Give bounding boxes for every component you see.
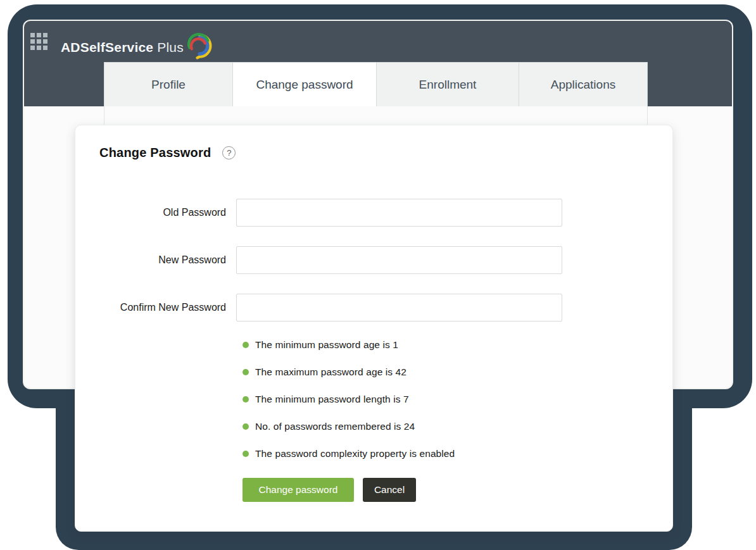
tab-enrollment-label: Enrollment	[419, 78, 477, 92]
confirm-password-label: Confirm New Password	[75, 294, 226, 322]
old-password-label: Old Password	[75, 199, 226, 227]
tab-change-password-label: Change password	[256, 78, 353, 92]
tab-panel-border	[104, 106, 648, 127]
old-password-row: Old Password	[75, 199, 672, 227]
bullet-icon	[243, 396, 249, 403]
confirm-password-row: Confirm New Password	[75, 294, 672, 322]
policy-item: The minimum password length is 7	[243, 385, 455, 413]
tab-applications-label: Applications	[551, 78, 615, 92]
policy-text: The minimum password age is 1	[255, 339, 398, 351]
bullet-icon	[243, 451, 249, 457]
bullet-icon	[243, 342, 249, 348]
new-password-label: New Password	[75, 246, 226, 274]
help-icon[interactable]: ?	[222, 146, 236, 159]
tab-change-password[interactable]: Change password	[233, 62, 377, 106]
screenshot-stage: ADSelfService Plus Profile Change passwo…	[0, 0, 756, 550]
confirm-password-input[interactable]	[236, 294, 562, 322]
bullet-icon	[243, 369, 249, 375]
cancel-button[interactable]: Cancel	[363, 478, 416, 502]
tab-profile-label: Profile	[151, 78, 186, 92]
old-password-input[interactable]	[236, 199, 562, 227]
new-password-input[interactable]	[236, 246, 562, 274]
app-name-light: Plus	[157, 40, 184, 54]
policy-text: The maximum password age is 42	[255, 366, 406, 378]
bullet-icon	[243, 423, 249, 430]
form-actions: Change password Cancel	[243, 478, 416, 502]
policy-item: The maximum password age is 42	[243, 358, 455, 385]
page-title: Change Password	[99, 146, 211, 160]
policy-item: The password complexity property is enab…	[243, 440, 455, 467]
tab-bar: Profile Change password Enrollment Appli…	[104, 62, 648, 106]
policy-text: No. of passwords remembered is 24	[255, 421, 415, 432]
tab-applications[interactable]: Applications	[519, 62, 648, 106]
policy-item: The minimum password age is 1	[243, 331, 455, 358]
tab-profile[interactable]: Profile	[104, 62, 233, 106]
app-logo: ADSelfService Plus	[61, 35, 214, 60]
policy-text: The password complexity property is enab…	[255, 448, 455, 459]
tab-enrollment[interactable]: Enrollment	[377, 62, 519, 106]
policy-text: The minimum password length is 7	[255, 394, 409, 405]
change-password-button[interactable]: Change password	[243, 478, 354, 502]
policy-item: No. of passwords remembered is 24	[243, 413, 455, 440]
new-password-row: New Password	[75, 246, 672, 274]
change-password-card: Change Password ? Old Password New Passw…	[75, 125, 673, 532]
app-name-bold: ADSelfService	[61, 40, 153, 54]
adselfservice-swoosh-icon	[186, 32, 214, 59]
apps-grid-icon[interactable]	[30, 33, 47, 50]
password-policy-list: The minimum password age is 1 The maximu…	[243, 331, 455, 467]
